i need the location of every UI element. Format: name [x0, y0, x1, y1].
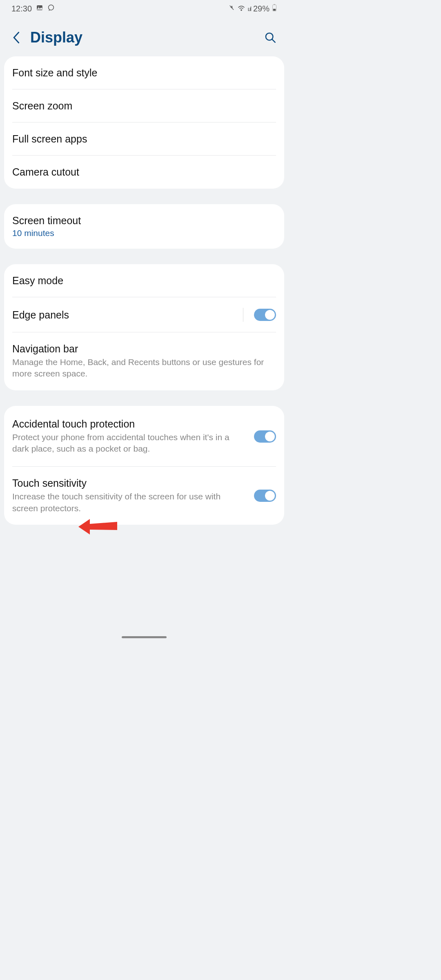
- touch-sensitivity-toggle[interactable]: [254, 490, 276, 502]
- accidental-touch-item[interactable]: Accidental touch protection Protect your…: [4, 406, 284, 467]
- item-label: Edge panels: [12, 309, 243, 321]
- mute-icon: [229, 4, 235, 13]
- font-size-item[interactable]: Font size and style: [4, 56, 284, 89]
- status-time: 12:30: [11, 4, 32, 13]
- edge-panels-item[interactable]: Edge panels: [4, 297, 284, 332]
- svg-point-2: [49, 4, 54, 10]
- gallery-icon: [36, 4, 43, 13]
- item-label: Accidental touch protection: [12, 418, 248, 430]
- wifi-icon: [238, 4, 245, 13]
- item-subtitle: Protect your phone from accidental touch…: [12, 432, 248, 455]
- battery-text: 29%: [253, 4, 270, 13]
- settings-group-2: Screen timeout 10 minutes: [4, 204, 284, 249]
- easy-mode-item[interactable]: Easy mode: [4, 264, 284, 297]
- screen-zoom-item[interactable]: Screen zoom: [4, 89, 284, 122]
- svg-line-9: [272, 40, 275, 42]
- edge-panels-toggle[interactable]: [254, 309, 276, 321]
- screen-timeout-item[interactable]: Screen timeout 10 minutes: [4, 204, 284, 249]
- svg-rect-7: [273, 9, 276, 11]
- back-button[interactable]: [7, 29, 25, 47]
- full-screen-apps-item[interactable]: Full screen apps: [4, 122, 284, 156]
- svg-point-4: [241, 9, 242, 10]
- svg-point-1: [38, 7, 39, 7]
- item-subtitle: Manage the Home, Back, and Recents butto…: [12, 356, 276, 380]
- signal-icon: ı.ıl: [247, 5, 251, 12]
- svg-rect-6: [274, 4, 275, 5]
- status-right: ı.ıl 29%: [229, 4, 277, 13]
- item-subtitle: Increase the touch sensitivity of the sc…: [12, 491, 248, 514]
- settings-group-4: Accidental touch protection Protect your…: [4, 406, 284, 525]
- touch-sensitivity-item[interactable]: Touch sensitivity Increase the touch sen…: [4, 467, 284, 525]
- header: Display: [0, 17, 288, 56]
- whatsapp-icon: [47, 4, 55, 13]
- item-label: Easy mode: [12, 275, 276, 287]
- item-label: Touch sensitivity: [12, 477, 248, 489]
- accidental-touch-toggle[interactable]: [254, 430, 276, 443]
- gesture-bar[interactable]: [122, 636, 167, 638]
- battery-icon: [272, 4, 277, 13]
- status-left: 12:30: [11, 4, 55, 13]
- item-label: Screen timeout: [12, 215, 276, 227]
- item-value: 10 minutes: [12, 228, 276, 238]
- item-label: Camera cutout: [12, 166, 276, 178]
- navigation-bar-item[interactable]: Navigation bar Manage the Home, Back, an…: [4, 332, 284, 390]
- status-bar: 12:30 ı.ıl 29%: [0, 0, 288, 17]
- chevron-left-icon: [13, 31, 20, 44]
- search-button[interactable]: [261, 29, 279, 47]
- item-label: Screen zoom: [12, 100, 276, 112]
- divider: [243, 308, 243, 322]
- settings-group-3: Easy mode Edge panels Navigation bar Man…: [4, 264, 284, 390]
- settings-group-1: Font size and style Screen zoom Full scr…: [4, 56, 284, 189]
- item-label: Font size and style: [12, 67, 276, 79]
- item-label: Navigation bar: [12, 343, 276, 355]
- item-label: Full screen apps: [12, 133, 276, 145]
- search-icon: [265, 32, 276, 43]
- page-title: Display: [30, 29, 261, 46]
- camera-cutout-item[interactable]: Camera cutout: [4, 156, 284, 189]
